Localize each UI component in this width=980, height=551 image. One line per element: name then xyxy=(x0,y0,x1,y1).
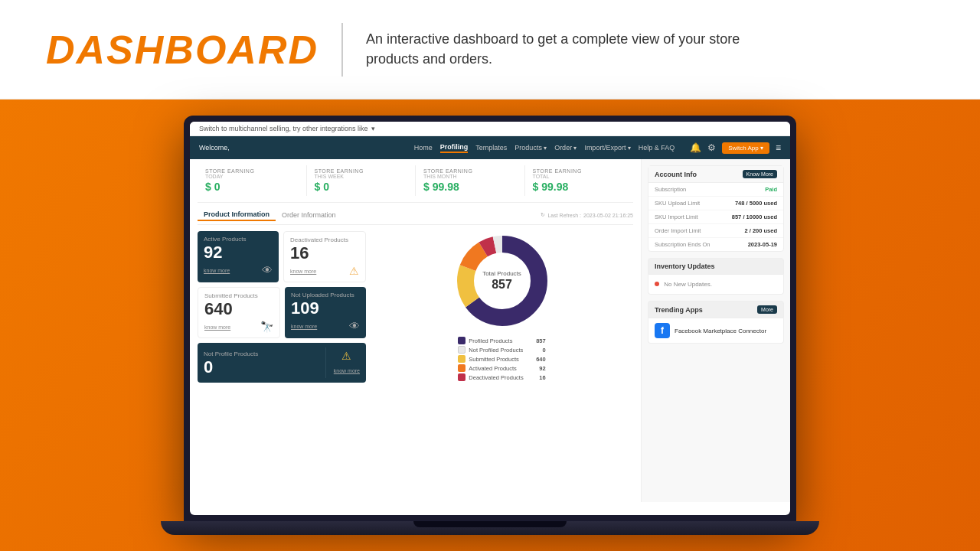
active-products-footer: know more 👁 xyxy=(204,264,273,276)
nav-profiling[interactable]: Profiling xyxy=(440,143,469,153)
product-cards-left: Active Products 92 know more 👁 Deac xyxy=(198,231,366,383)
donut-center: Total Products 857 xyxy=(482,270,521,292)
active-products-title: Active Products xyxy=(204,236,273,243)
product-grid: Active Products 92 know more 👁 Deac xyxy=(198,231,633,383)
deactivated-products-footer: know more ⚠ xyxy=(290,265,359,277)
legend-value-deactivated: 16 xyxy=(527,374,546,381)
earning-today: STORE EARNING TODAY $ 0 xyxy=(198,165,307,196)
deactivated-products-card: Deactivated Products 16 know more ⚠ xyxy=(283,231,366,282)
switch-app-button[interactable]: Switch App ▾ xyxy=(722,142,769,154)
not-uploaded-products-title: Not Uploaded Products xyxy=(291,292,360,298)
main-content: STORE EARNING TODAY $ 0 STORE EARNING TH… xyxy=(190,159,790,502)
tab-product-information[interactable]: Product Information xyxy=(198,209,276,221)
refresh-time: 2023-05-02 21:16:25 xyxy=(583,213,633,218)
bell-icon[interactable]: 🔔 xyxy=(690,142,701,153)
earnings-row: STORE EARNING TODAY $ 0 STORE EARNING TH… xyxy=(198,165,633,203)
header-subtitle: An interactive dashboard to get a comple… xyxy=(366,30,764,68)
refresh-label: Last Refresh : xyxy=(547,213,581,218)
legend-dot-not-profiled xyxy=(458,346,466,354)
inventory-updates-body: No New Updates. xyxy=(648,275,784,295)
nav-products[interactable]: Products xyxy=(514,144,547,152)
deactivated-know-more-link[interactable]: know more xyxy=(290,269,316,274)
second-product-row: Submitted Products 640 know more 🔭 xyxy=(198,287,366,338)
earning-month-value: $ 99.98 xyxy=(423,181,517,193)
dashboard-title: DASHBOARD xyxy=(46,27,318,73)
laptop-screen: Switch to multichannel selling, try othe… xyxy=(190,122,790,515)
not-profile-divider xyxy=(325,347,326,378)
trending-item-facebook: f Facebook Marketplace Connector xyxy=(655,323,777,338)
nav-order[interactable]: Order xyxy=(554,144,577,152)
binoculars-icon: 🔭 xyxy=(260,321,273,333)
active-products-value: 92 xyxy=(204,244,273,261)
eye-icon: 👁 xyxy=(262,264,273,276)
active-know-more-link[interactable]: know more xyxy=(204,268,230,273)
legend-value-submitted: 640 xyxy=(527,356,546,363)
earning-total: STORE EARNING TOTAL $ 99.98 xyxy=(525,165,634,196)
chart-legend: Profiled Products 857 Not Profiled Produ… xyxy=(458,337,545,383)
orange-background: Switch to multichannel selling, try othe… xyxy=(0,99,980,551)
subscription-label: Subscription xyxy=(655,186,686,193)
notif-text: Switch to multichannel selling, try othe… xyxy=(199,125,368,132)
account-know-more-button[interactable]: Know More xyxy=(743,170,777,178)
earning-total-value: $ 99.98 xyxy=(533,181,626,193)
inventory-dot xyxy=(655,282,659,286)
refresh-icon: ↻ xyxy=(541,212,545,218)
account-info-header: Account Info Know More xyxy=(648,166,783,183)
gear-icon[interactable]: ⚙ xyxy=(707,142,716,153)
earning-month-sublabel: THIS MONTH xyxy=(423,174,517,179)
legend-deactivated: Deactivated Products 16 xyxy=(458,373,545,381)
trending-apps-title: Trending Apps xyxy=(655,306,703,314)
submitted-products-card: Submitted Products 640 know more 🔭 xyxy=(198,287,280,338)
earning-total-label: STORE EARNING xyxy=(533,168,626,174)
earning-month: STORE EARNING THIS MONTH $ 99.98 xyxy=(416,165,525,196)
alert-icon: ⚠ xyxy=(334,350,360,362)
nav-home[interactable]: Home xyxy=(414,144,433,152)
submitted-products-value: 640 xyxy=(204,301,273,318)
sku-import-value: 857 / 10000 used xyxy=(732,214,777,220)
nav-icons: 🔔 ⚙ Switch App ▾ ≡ xyxy=(690,142,781,154)
legend-dot-activated xyxy=(458,364,466,372)
legend-not-profiled: Not Profiled Products 0 xyxy=(458,346,545,354)
deactivated-products-value: 16 xyxy=(290,245,359,262)
not-profile-title: Not Profile Products xyxy=(204,350,318,357)
trending-apps-header: Trending Apps More xyxy=(648,301,784,318)
nav-templates[interactable]: Templates xyxy=(475,144,507,152)
earning-month-label: STORE EARNING xyxy=(423,168,517,174)
earning-week: STORE EARNING THIS WEEK $ 0 xyxy=(307,165,416,196)
submitted-know-more-link[interactable]: know more xyxy=(204,324,230,330)
earning-week-value: $ 0 xyxy=(315,181,408,193)
legend-submitted: Submitted Products 640 xyxy=(458,355,545,363)
legend-label-activated: Activated Products xyxy=(469,365,517,372)
hamburger-icon[interactable]: ≡ xyxy=(776,142,781,153)
legend-activated: Activated Products 92 xyxy=(458,364,545,372)
not-profile-know-more-link[interactable]: know more xyxy=(334,368,360,373)
earning-today-value: $ 0 xyxy=(205,181,299,193)
not-profile-value: 0 xyxy=(204,359,318,376)
trending-more-button[interactable]: More xyxy=(757,305,777,314)
order-import-value: 2 / 200 used xyxy=(744,227,777,234)
not-uploaded-know-more-link[interactable]: know more xyxy=(291,324,317,329)
sku-upload-label: SKU Upload Limit xyxy=(655,200,700,207)
legend-label-not-profiled: Not Profiled Products xyxy=(469,347,523,354)
order-import-label: Order Import Limit xyxy=(655,227,701,234)
sku-upload-row: SKU Upload Limit 748 / 5000 used xyxy=(648,197,783,210)
donut-title: Total Products xyxy=(482,270,521,278)
nav-help-faq[interactable]: Help & FAQ xyxy=(639,144,675,152)
legend-dot-deactivated xyxy=(458,373,466,381)
trending-apps-section: Trending Apps More f Facebook Marketplac… xyxy=(648,301,784,344)
legend-dot-submitted xyxy=(458,355,466,363)
navbar-nav: Home Profiling Templates Products Order … xyxy=(414,143,675,153)
laptop-base xyxy=(161,521,819,535)
tab-order-information[interactable]: Order Information xyxy=(276,210,342,220)
facebook-icon: f xyxy=(655,323,670,338)
navbar: Welcome, Home Profiling Templates Produc… xyxy=(190,136,790,159)
top-product-row: Active Products 92 know more 👁 Deac xyxy=(198,231,366,282)
nav-import-export[interactable]: Import/Export xyxy=(584,144,630,152)
left-panel: STORE EARNING TODAY $ 0 STORE EARNING TH… xyxy=(190,159,641,502)
legend-label-profiled: Profiled Products xyxy=(469,337,512,344)
not-profile-card: Not Profile Products 0 ⚠ know more xyxy=(198,343,366,383)
legend-dot-profiled xyxy=(458,337,466,344)
top-header: DASHBOARD An interactive dashboard to ge… xyxy=(0,0,980,99)
right-panel: Account Info Know More Subscription Paid… xyxy=(641,159,790,502)
sku-import-row: SKU Import Limit 857 / 10000 used xyxy=(648,210,783,224)
